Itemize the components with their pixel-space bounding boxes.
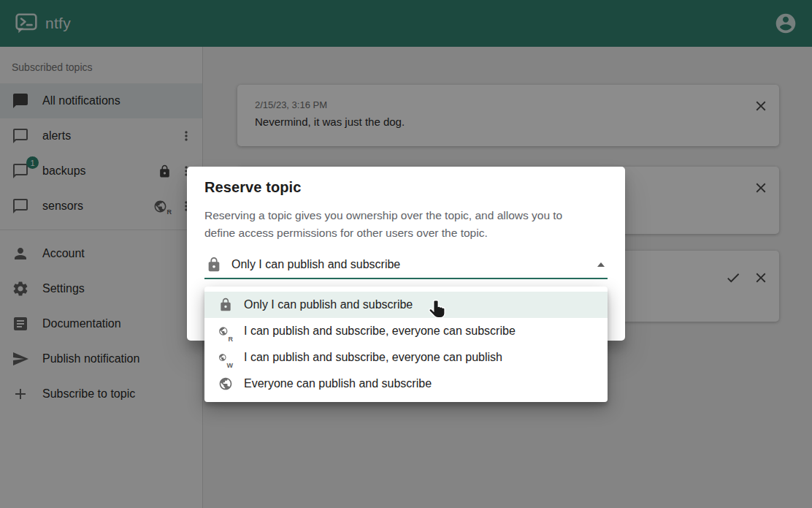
icon-subscript: W [227,362,234,369]
public-read-icon: R [218,324,233,338]
menu-option-label: I can publish and subscribe, everyone ca… [244,325,516,338]
menu-option-only-me[interactable]: Only I can publish and subscribe [204,292,608,318]
public-icon [218,376,233,391]
menu-option-everyone-read[interactable]: R I can publish and subscribe, everyone … [204,318,608,344]
access-permission-menu: Only I can publish and subscribe R I can… [204,287,608,402]
menu-option-label: Only I can publish and subscribe [244,298,413,311]
dialog-title: Reserve topic [204,179,608,196]
ntfy-app: ntfy Subscribed topics All notifications… [0,0,812,508]
menu-option-everyone-read-write[interactable]: Everyone can publish and subscribe [204,371,608,397]
dialog-description: Reserving a topic gives you ownership ov… [204,207,587,242]
select-value: Only I can publish and subscribe [231,258,597,271]
lock-icon [218,297,233,312]
menu-option-label: Everyone can publish and subscribe [244,377,432,390]
menu-option-label: I can publish and subscribe, everyone ca… [244,351,502,364]
icon-subscript: R [229,335,234,343]
dropdown-arrow-icon [597,262,605,267]
public-write-icon: W [218,350,233,365]
menu-option-everyone-write[interactable]: W I can publish and subscribe, everyone … [204,344,608,371]
access-permission-select[interactable]: Only I can publish and subscribe [204,251,608,279]
lock-icon [206,257,222,273]
